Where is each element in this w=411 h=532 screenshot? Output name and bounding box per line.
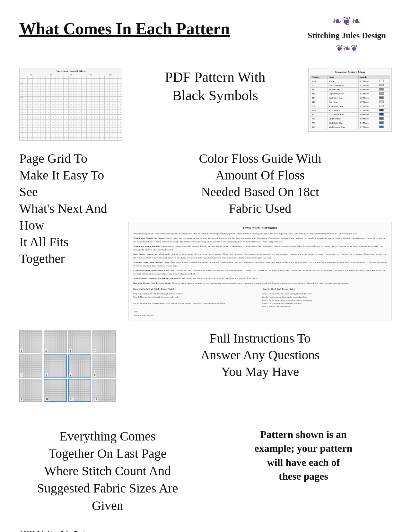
page-grid-line2: Make It Easy To See: [19, 168, 104, 199]
color-swatch: [379, 126, 384, 128]
tile-2: 2: [44, 330, 67, 353]
tile-inner: [20, 330, 42, 353]
how-to-tent: How To Do A Tent (Half) Cross Stitch Ste…: [133, 287, 258, 308]
section-summary: Everything Comes Together On Last Page W…: [19, 418, 392, 514]
cell-name: V Dk Pewter: [328, 108, 358, 112]
cell-name: Light Steel Gray: [328, 83, 358, 87]
red-center-line: [71, 76, 71, 140]
svg-text:❧❦❧: ❧❦❧: [332, 15, 361, 28]
cell-length: 1.2 Meters: [359, 108, 378, 112]
cell-swatch: [378, 100, 389, 104]
signature: JulesStitching Jules Design: [133, 310, 387, 317]
cross-stitch-grid: 10 20: [20, 76, 122, 140]
instructions-para-5: Why Are There Blank Stitches? Some of my…: [133, 261, 387, 267]
cell-name: White: [328, 79, 358, 83]
floss-table-mock: Snowman Stained Glass Number Name Length…: [310, 70, 389, 129]
tile-number: 4: [93, 349, 96, 352]
summary-left: Everything Comes Together On Last Page W…: [19, 428, 196, 514]
pdf-text-area: PDF Pattern With Black Symbols: [135, 68, 295, 105]
page-grid-line3: What's Next And How: [19, 201, 107, 232]
cell-length: 1.7 Meters: [359, 125, 378, 129]
color-swatch: [379, 113, 384, 116]
tile-inner: [93, 330, 115, 353]
pattern-image-large: Snowman Stained Glass 50 60 70 80 90 10 …: [19, 68, 122, 141]
table-row: 798 Dk Delft Blue 1.9 Meters: [311, 117, 389, 121]
tile-number: 7: [69, 373, 72, 376]
example-line3: will have each of: [267, 457, 340, 468]
example-note: Pattern shown is an example; your patter…: [254, 428, 352, 483]
pdf-heading-line2: Black Symbols: [172, 88, 258, 103]
floss-heading-line1: Color Floss Guide With: [199, 151, 321, 166]
table-row: 415 Pearl Gray 2.7 Meters: [311, 100, 389, 104]
inst-heading-line2: Answer Any Questions: [200, 348, 319, 362]
tile-inner: [20, 355, 42, 377]
tile-7: 7: [68, 354, 91, 378]
table-row: 799 Med Delft Blue 2.4 Meters: [311, 121, 389, 125]
sum-line4: Suggested Fabric Sizes Are: [37, 481, 178, 495]
cell-length: 1.8 Meters: [359, 87, 378, 92]
summary-right: Pattern shown is an example; your patter…: [215, 428, 392, 483]
section-pdf-pattern: Snowman Stained Glass 50 60 70 80 90 10 …: [19, 68, 392, 141]
how-to-tent-steps: Step 1: Go up needle and floss through b…: [133, 292, 258, 305]
floss-heading-line4: Fabric Used: [229, 201, 291, 216]
logo-text: Stitching Jules Design: [302, 30, 392, 41]
cell-number: 415: [311, 100, 328, 104]
page-tiles-area: 1 2 3 4 5 6 7 8: [19, 330, 116, 402]
section-middle: Page Grid To Make It Easy To See What's …: [19, 150, 392, 320]
how-to-tent-title: How To Do A Tent (Half) Cross Stitch: [133, 287, 258, 291]
cell-swatch: [378, 92, 389, 96]
table-row: blanc White 3.2 Meters: [311, 79, 389, 83]
cross-stitch-instructions: Cross Stitch Information Whether this is…: [128, 222, 392, 320]
color-swatch: [379, 105, 384, 107]
pdf-heading-line1: PDF Pattern With: [165, 69, 266, 85]
cell-name: Med Delft Blue: [328, 121, 358, 125]
instructions-para-1: Whether this is the first cross stitch p…: [133, 232, 387, 236]
instructions-para-8: How Can I Learn How To Cross Stitch? The…: [133, 282, 387, 285]
tile-number: 8: [93, 373, 96, 377]
color-swatch: [379, 100, 384, 103]
cell-swatch: [378, 104, 389, 108]
cell-swatch: [378, 79, 389, 83]
summary-heading: Everything Comes Together On Last Page W…: [19, 428, 196, 514]
pdf-section-heading: PDF Pattern With Black Symbols: [135, 68, 295, 105]
pattern-image-label: Snowman Stained Glass: [20, 68, 122, 74]
cell-name: Pearl Gray: [328, 100, 358, 104]
table-row: 996 Med Electric Blue 1.7 Meters: [311, 125, 389, 129]
example-line1: Pattern shown is an: [260, 429, 346, 440]
color-swatch: [379, 96, 384, 99]
tile-3: 3: [68, 330, 91, 353]
cell-length: 2.0 Meters: [359, 112, 378, 117]
cell-length: 2.4 Meters: [359, 121, 378, 125]
tile-number: 6: [45, 373, 48, 376]
color-floss-heading: Color Floss Guide With Amount Of Floss N…: [128, 150, 392, 217]
cell-name: Light Steel Gray: [328, 92, 358, 96]
color-swatch: [379, 84, 384, 86]
instructions-para-6: I Bought A Monochrome Pattern! For monoc…: [133, 269, 387, 275]
col-swatch: [378, 75, 389, 79]
tile-number: 11: [69, 397, 74, 401]
floss-heading-line3: Needed Based On 18ct: [201, 185, 319, 199]
cell-length: 1.5 Meters: [359, 96, 378, 100]
tile-8: 8: [92, 354, 116, 378]
svg-text:❦❧❦: ❦❧❦: [336, 43, 358, 53]
table-row: 318 Light Steel Gray 2.3 Meters: [311, 92, 389, 96]
instructions-para-4: How Should I Stitch This? If you prefer …: [133, 253, 387, 259]
table-row: 414 Dark Steel Gray 1.5 Meters: [311, 96, 389, 100]
cell-number: 317: [311, 87, 328, 92]
example-line4: these pages: [279, 470, 328, 482]
cell-length: 2.3 Meters: [359, 92, 378, 96]
cell-swatch: [378, 125, 389, 129]
color-swatch: [379, 80, 384, 82]
inst-heading-line3: You May Have: [221, 364, 299, 379]
header: What Comes In Each Pattern ❧❦❧ Stitching…: [19, 13, 392, 55]
cell-name: Pewter Gray: [328, 87, 358, 92]
instructions-para-2: What Fabric Should You Choose? It's my b…: [133, 237, 387, 243]
cell-length: 3.2 Meters: [359, 79, 378, 83]
tile-4: 4: [92, 330, 116, 353]
cell-name: Dk Delft Blue: [328, 117, 358, 121]
sum-line2: Together On Last Page: [48, 446, 166, 461]
tile-inner: [44, 330, 66, 353]
footer: ©2023 Stitching Jules Design: [19, 530, 392, 532]
logo-line1: Stitching Jules Design: [308, 31, 386, 40]
instructions-title: Cross Stitch Information: [133, 225, 387, 230]
